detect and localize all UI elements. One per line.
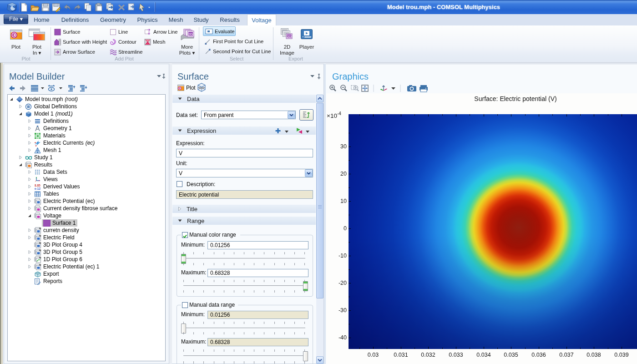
- svg-text:2D: 2D: [188, 32, 193, 36]
- svg-text:e-12: e-12: [35, 187, 40, 190]
- svg-text:8.85: 8.85: [35, 183, 40, 187]
- svg-text:2D: 2D: [287, 35, 292, 39]
